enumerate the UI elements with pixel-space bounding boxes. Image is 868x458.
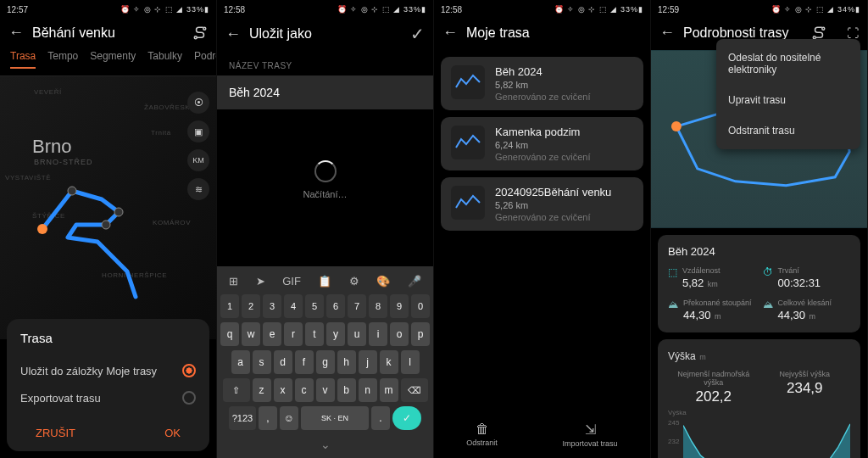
key-9[interactable]: 9: [390, 294, 409, 318]
key-⇧[interactable]: ⇧: [223, 378, 250, 402]
key-p[interactable]: p: [411, 322, 430, 346]
option-export-route[interactable]: Exportovat trasu: [20, 384, 196, 411]
radio-icon: [182, 391, 196, 405]
key-enter[interactable]: ✓: [392, 406, 421, 430]
key-o[interactable]: o: [390, 322, 409, 346]
map[interactable]: Brno BRNO-STŘED VEVEŘÍ ŽABOVŘESKY Trnitá…: [0, 76, 216, 339]
elevation-card: Výška m Nejmenší nadmořská výška 202,2 N…: [658, 339, 860, 458]
key-u[interactable]: u: [348, 322, 366, 346]
layers-icon[interactable]: ▣: [187, 120, 209, 142]
key-d[interactable]: d: [274, 350, 292, 374]
distance-icon: ⬚: [668, 266, 677, 278]
menu-delete-route[interactable]: Odstranit trasu: [716, 115, 860, 146]
route-card[interactable]: Kamenka podzim 6,24 km Generováno ze cvi…: [441, 117, 643, 170]
key-6[interactable]: 6: [326, 294, 345, 318]
key-z[interactable]: z: [253, 378, 271, 402]
locate-icon[interactable]: ⦿: [187, 92, 209, 114]
key-v[interactable]: v: [316, 378, 335, 402]
route-icon[interactable]: [811, 25, 826, 41]
key-⌫[interactable]: ⌫: [401, 378, 428, 402]
back-icon[interactable]: ←: [442, 24, 456, 42]
svg-point-5: [114, 208, 123, 216]
key-r[interactable]: r: [284, 322, 303, 346]
kb-clipboard-icon[interactable]: 📋: [318, 275, 331, 288]
kb-palette-icon[interactable]: 🎨: [376, 275, 390, 288]
kb-gif-icon[interactable]: GIF: [282, 275, 301, 288]
route-distance: 6,24 km: [495, 140, 591, 150]
trash-icon: 🗑: [466, 422, 498, 437]
header: ← Moje trasa: [434, 19, 650, 50]
key-comma[interactable]: ,: [259, 406, 277, 430]
key-4[interactable]: 4: [284, 294, 303, 318]
ok-button[interactable]: OK: [149, 423, 196, 443]
route-thumbnail: [451, 65, 485, 99]
tab-podrobnosti[interactable]: Podrobnosti: [194, 50, 217, 69]
min-elevation: Nejmenší nadmořská výška 202,2: [668, 370, 760, 405]
key-q[interactable]: q: [220, 322, 239, 346]
key-h[interactable]: h: [337, 350, 356, 374]
key-7[interactable]: 7: [348, 294, 366, 318]
route-card[interactable]: Běh 2024 5,82 km Generováno ze cvičení: [441, 57, 643, 110]
key-2[interactable]: 2: [242, 294, 260, 318]
key-w[interactable]: w: [242, 322, 260, 346]
clock-icon: ⏱: [763, 266, 773, 278]
fullscreen-icon[interactable]: ⛶: [847, 26, 859, 40]
kb-mic-icon[interactable]: 🎤: [408, 275, 421, 288]
key-0[interactable]: 0: [411, 294, 430, 318]
clock: 12:57: [7, 5, 28, 14]
key-i[interactable]: i: [369, 322, 387, 346]
key-k[interactable]: k: [380, 350, 398, 374]
key-8[interactable]: 8: [369, 294, 387, 318]
key-x[interactable]: x: [274, 378, 292, 402]
tab-trasa[interactable]: Trasa: [10, 50, 36, 69]
key-space[interactable]: SK · EN: [301, 406, 369, 430]
key-c[interactable]: c: [295, 378, 314, 402]
tab-tempo[interactable]: Tempo: [47, 50, 78, 69]
back-icon[interactable]: ←: [659, 24, 673, 42]
key-3[interactable]: 3: [263, 294, 281, 318]
kb-arrow-icon[interactable]: ➤: [256, 275, 265, 288]
status-icons: ⏰ ✧ ◎ ⊹ ⬚ ◢ 34%▮: [771, 5, 860, 14]
cancel-button[interactable]: ZRUŠIT: [20, 423, 91, 443]
kb-gear-icon[interactable]: ⚙: [349, 275, 359, 288]
key-e[interactable]: e: [263, 322, 281, 346]
key-n[interactable]: n: [359, 378, 377, 402]
menu-send-wearable[interactable]: Odeslat do nositelné elektroniky: [716, 42, 860, 85]
import-button[interactable]: ⇲ Importovat trasu: [563, 422, 618, 448]
key-j[interactable]: j: [359, 350, 377, 374]
tab-tabulky[interactable]: Tabulky: [147, 50, 182, 69]
key-t[interactable]: t: [305, 322, 324, 346]
key-g[interactable]: g: [316, 350, 335, 374]
key-5[interactable]: 5: [305, 294, 324, 318]
elevation-chart: Výška 245 232 219: [668, 411, 850, 458]
key-1[interactable]: 1: [220, 294, 239, 318]
route-name-input[interactable]: Běh 2024: [217, 75, 433, 109]
tab-segmenty[interactable]: Segmenty: [90, 50, 136, 69]
keyboard-collapse-icon[interactable]: ⌄: [220, 434, 430, 455]
key-m[interactable]: m: [380, 378, 398, 402]
option-save-route[interactable]: Uložit do záložky Moje trasy: [20, 357, 196, 384]
route-card[interactable]: 20240925Běhání venku 5,26 km Generováno …: [441, 177, 643, 231]
key-y[interactable]: y: [326, 322, 345, 346]
key-b[interactable]: b: [337, 378, 356, 402]
chart-icon[interactable]: ≋: [187, 178, 209, 200]
key-f[interactable]: f: [295, 350, 314, 374]
status-icons: ⏰ ✧ ◎ ⊹ ⬚ ◢ 33%▮: [337, 5, 426, 14]
delete-button[interactable]: 🗑 Odstranit: [466, 422, 498, 448]
header: ← Běhání venku: [0, 19, 216, 50]
key-l[interactable]: l: [401, 350, 420, 374]
key-emoji[interactable]: ☺: [280, 406, 298, 430]
key-s[interactable]: s: [253, 350, 271, 374]
back-icon[interactable]: ←: [225, 25, 239, 43]
key-symbols[interactable]: ?123: [229, 406, 256, 430]
route-name: Běh 2024: [668, 245, 850, 258]
menu-edit-route[interactable]: Upravit trasu: [716, 85, 860, 115]
back-icon[interactable]: ←: [8, 24, 22, 42]
svg-point-7: [822, 27, 825, 30]
key-dot[interactable]: .: [371, 406, 390, 430]
km-toggle[interactable]: KM: [187, 149, 209, 171]
route-icon[interactable]: [192, 25, 208, 41]
key-a[interactable]: a: [231, 350, 250, 374]
confirm-icon[interactable]: ✓: [410, 24, 425, 44]
kb-grid-icon[interactable]: ⊞: [229, 275, 238, 288]
